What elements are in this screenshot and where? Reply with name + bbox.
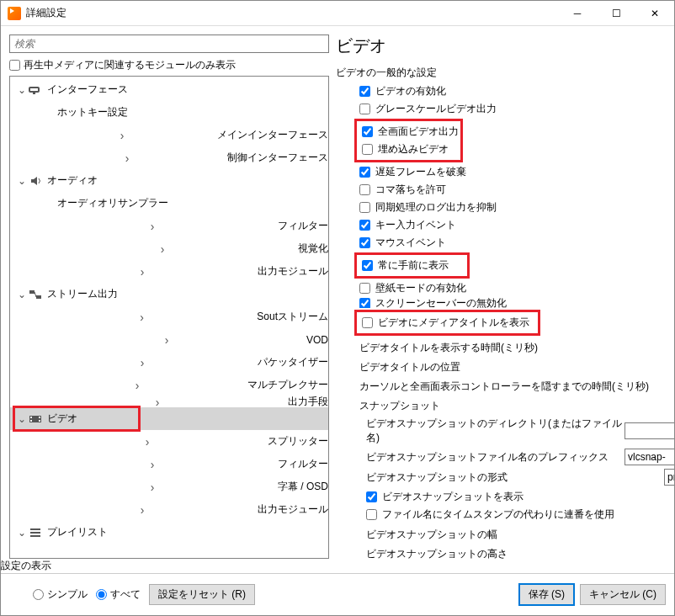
svg-rect-4 — [36, 295, 41, 299]
opt-enable-video[interactable]: ビデオの有効化 — [359, 83, 674, 99]
opt-fullscreen[interactable]: 全画面ビデオ出力 — [362, 124, 459, 140]
page-title: ビデオ — [334, 35, 674, 62]
svg-rect-6 — [30, 417, 32, 418]
reset-button[interactable]: 設定をリセット (R) — [149, 584, 255, 605]
tree-main-interface[interactable]: メインインターフェース — [10, 124, 328, 146]
maximize-button[interactable]: ☐ — [597, 1, 635, 26]
tree-vod[interactable]: VOD — [10, 328, 328, 351]
group-general: ビデオの一般的な設定 — [336, 66, 674, 80]
show-related-only[interactable]: 再生中メディアに関連するモジュールのみ表示 — [9, 58, 329, 72]
opt-drop-late[interactable]: 遅延フレームを破棄 — [359, 164, 674, 180]
search-box[interactable] — [9, 35, 329, 53]
footer-show-label: 設定の表示 — [1, 560, 51, 571]
svg-rect-9 — [39, 420, 40, 422]
tree-hotkey[interactable]: ホットキー設定 — [10, 101, 328, 124]
row-snap-format: ビデオスナップショットの形式 — [366, 469, 674, 486]
input-snap-format[interactable] — [664, 469, 674, 486]
tree-audio-output[interactable]: 出力モジュール — [10, 260, 328, 283]
tree-resampler[interactable]: オーディオリサンプラー — [10, 192, 328, 215]
row-snap-dir: ビデオスナップショットのディレクトリ(またはファイル名) — [366, 417, 674, 445]
window-title: 詳細設定 — [26, 6, 558, 20]
tree-sout[interactable]: Soutストリーム — [10, 305, 328, 328]
titlebar: 詳細設定 ─ ☐ ✕ — [1, 1, 674, 26]
lbl-title-timeout: ビデオタイトルを表示する時間(ミリ秒) — [359, 341, 674, 355]
playlist-icon — [29, 527, 44, 539]
tree-osd[interactable]: 字幕 / OSD — [10, 475, 328, 498]
tree-video-output[interactable]: 出力モジュール — [10, 498, 328, 521]
input-snap-dir[interactable] — [625, 422, 674, 439]
svg-rect-2 — [33, 93, 35, 94]
interface-icon — [29, 84, 44, 96]
tree-visual[interactable]: 視覚化 — [10, 237, 328, 260]
tree-control-interface[interactable]: 制御インターフェース — [10, 146, 328, 169]
save-button[interactable]: 保存 (S) — [518, 583, 575, 606]
svg-rect-1 — [30, 88, 38, 91]
tree-video[interactable]: ビデオ — [10, 407, 328, 430]
tree-playlist[interactable]: プレイリスト — [10, 521, 328, 544]
cancel-button[interactable]: キャンセル (C) — [580, 584, 666, 605]
tree-stream[interactable]: ストリーム出力 — [10, 283, 328, 305]
opt-always-on-top[interactable]: 常に手前に表示 — [362, 258, 449, 273]
tree-audio-filter[interactable]: フィルター — [10, 215, 328, 237]
settings-tree[interactable]: インターフェース ホットキー設定 メインインターフェース 制御インターフェース … — [9, 76, 329, 559]
svg-rect-8 — [39, 417, 40, 418]
video-icon — [29, 413, 44, 425]
group-snapshot: スナップショット — [359, 399, 674, 413]
close-button[interactable]: ✕ — [635, 1, 674, 26]
vlc-app-icon — [8, 7, 21, 20]
tree-packetizer[interactable]: パケッタイザー — [10, 351, 328, 374]
minimize-button[interactable]: ─ — [558, 1, 597, 26]
opt-snap-seq[interactable]: ファイル名にタイムスタンプの代わりに連番を使用 — [366, 507, 674, 523]
opt-snap-preview[interactable]: ビデオスナップショットを表示 — [366, 489, 674, 505]
audio-icon — [29, 175, 44, 187]
row-snap-prefix: ビデオスナップショットファイル名のプレフィックス — [366, 449, 674, 465]
lbl-title-pos: ビデオタイトルの位置 — [359, 360, 674, 374]
lbl-snap-height: ビデオスナップショットの高さ — [366, 547, 674, 559]
lbl-snap-width: ビデオスナップショットの幅 — [366, 528, 674, 542]
svg-rect-7 — [30, 420, 32, 422]
tree-video-filter[interactable]: フィルター — [10, 453, 328, 475]
radio-simple[interactable]: シンプル — [33, 587, 88, 602]
radio-all[interactable]: すべて — [96, 587, 141, 602]
search-input[interactable] — [14, 38, 324, 50]
tree-mux[interactable]: マルチプレクサー — [10, 374, 328, 396]
settings-scroll[interactable]: ビデオの一般的な設定 ビデオの有効化 グレースケールビデオ出力 全画面ビデオ出力… — [334, 62, 674, 559]
tree-splitter[interactable]: スプリッター — [10, 430, 328, 453]
opt-quiet-sync[interactable]: 同期処理のログ出力を抑制 — [359, 199, 674, 215]
opt-grayscale[interactable]: グレースケールビデオ出力 — [359, 101, 674, 117]
opt-drop-frames[interactable]: コマ落ちを許可 — [359, 182, 674, 198]
opt-wallpaper[interactable]: 壁紙モードの有効化 — [359, 280, 674, 296]
opt-screensaver[interactable]: スクリーンセーバーの無効化 — [359, 298, 674, 308]
show-related-label: 再生中メディアに関連するモジュールのみ表示 — [24, 58, 236, 72]
svg-rect-3 — [29, 290, 35, 294]
tree-audio[interactable]: オーディオ — [10, 169, 328, 192]
svg-rect-5 — [29, 416, 41, 422]
input-snap-prefix[interactable] — [625, 449, 674, 465]
lbl-hide-timeout: カーソルと全画面表示コントローラーを隠すまでの時間(ミリ秒) — [359, 380, 674, 394]
tree-interface[interactable]: インターフェース — [10, 78, 328, 101]
opt-show-title[interactable]: ビデオにメディアタイトルを表示 — [362, 315, 529, 331]
opt-key-events[interactable]: キー入力イベント — [359, 217, 674, 233]
opt-mouse-events[interactable]: マウスイベント — [359, 235, 674, 251]
show-related-checkbox[interactable] — [9, 60, 20, 71]
stream-icon — [29, 289, 44, 300]
opt-embedded[interactable]: 埋め込みビデオ — [362, 141, 459, 157]
